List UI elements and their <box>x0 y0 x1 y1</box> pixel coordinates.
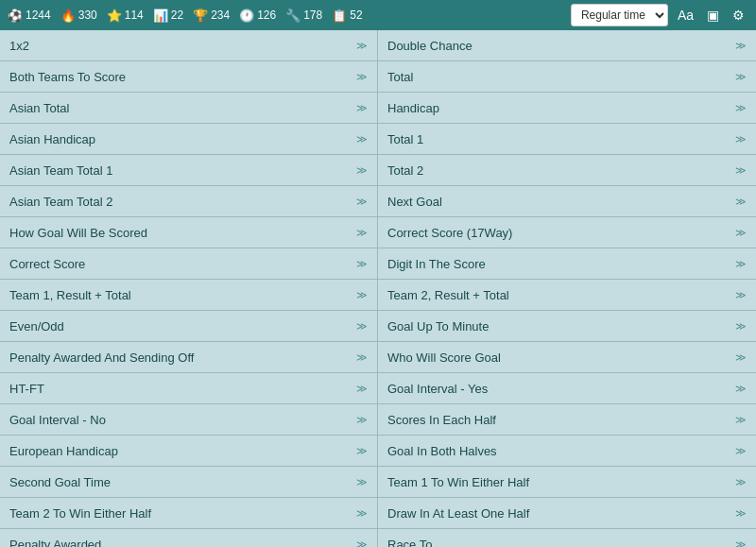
market-row-right[interactable]: Team 1 To Win Either Half ≫ <box>378 467 756 498</box>
topbar-controls: Regular time First Half Second Half Aa ▣… <box>571 4 748 26</box>
market-row-left[interactable]: Asian Handicap ≫ <box>0 124 378 155</box>
market-row-left[interactable]: Team 2 To Win Either Half ≫ <box>0 498 378 529</box>
market-label-left: Both Teams To Score <box>9 70 126 84</box>
expand-icon-right: ≫ <box>735 133 747 145</box>
tool-value: 178 <box>303 9 322 22</box>
market-row-left[interactable]: HT-FT ≫ <box>0 373 378 404</box>
expand-icon-left: ≫ <box>356 289 368 301</box>
market-row-right[interactable]: Digit In The Score ≫ <box>378 248 756 280</box>
market-label-left: Asian Team Total 2 <box>9 195 112 209</box>
expand-icon-left: ≫ <box>356 351 368 364</box>
market-row-right[interactable]: Total ≫ <box>378 61 756 93</box>
clock-icon: 🕐 <box>239 9 254 23</box>
market-row-right[interactable]: Correct Score (17Way) ≫ <box>378 217 756 248</box>
market-label-left: Penalty Awarded And Sending Off <box>9 350 194 365</box>
market-label-right: Goal Up To Minute <box>387 319 489 333</box>
market-row-right[interactable]: Total 2 ≫ <box>378 155 756 186</box>
market-row-right[interactable]: Draw In At Least One Half ≫ <box>378 498 756 529</box>
stat-star: ⭐ 114 <box>107 9 144 23</box>
market-row-left[interactable]: Goal Interval - No ≫ <box>0 404 378 436</box>
markets-grid: 1x2 ≫ Double Chance ≫ Both Teams To Scor… <box>0 30 756 547</box>
market-row-right[interactable]: Total 1 ≫ <box>378 124 756 155</box>
market-label-left: Asian Team Total 1 <box>9 163 112 178</box>
market-label-right: Total 1 <box>387 132 423 146</box>
trophy-icon: 🏆 <box>193 9 208 23</box>
expand-icon-right: ≫ <box>735 196 747 208</box>
market-label-left: HT-FT <box>9 382 44 396</box>
market-row-right[interactable]: Team 2, Result + Total ≫ <box>378 280 756 311</box>
market-label-left: Penalty Awarded <box>9 538 101 548</box>
market-row-right[interactable]: Goal In Both Halves ≫ <box>378 436 756 467</box>
expand-icon-right: ≫ <box>735 164 747 177</box>
expand-icon-right: ≫ <box>735 476 747 488</box>
fire-icon: 🔥 <box>60 9 76 23</box>
stat-fire: 🔥 330 <box>60 9 97 23</box>
stat-trophy: 🏆 234 <box>193 9 230 23</box>
expand-icon-left: ≫ <box>356 164 368 177</box>
expand-icon-right: ≫ <box>735 507 747 520</box>
market-label-left: Goal Interval - No <box>9 413 106 427</box>
market-label-right: Double Chance <box>387 39 472 53</box>
market-label-right: Team 1 To Win Either Half <box>387 475 529 489</box>
expand-icon-left: ≫ <box>356 538 368 548</box>
layout-button[interactable]: ▣ <box>703 6 723 25</box>
market-label-left: Team 1, Result + Total <box>9 288 131 302</box>
expand-icon-left: ≫ <box>356 476 368 488</box>
market-row-right[interactable]: Race To ≫ <box>378 529 756 547</box>
market-row-right[interactable]: Goal Interval - Yes ≫ <box>378 373 756 404</box>
market-row-right[interactable]: Next Goal ≫ <box>378 186 756 217</box>
market-row-left[interactable]: Penalty Awarded And Sending Off ≫ <box>0 342 378 373</box>
market-row-left[interactable]: Both Teams To Score ≫ <box>0 61 378 93</box>
market-row-left[interactable]: Second Goal Time ≫ <box>0 467 378 498</box>
market-label-right: Next Goal <box>387 195 442 209</box>
market-row-left[interactable]: 1x2 ≫ <box>0 30 378 61</box>
market-row-left[interactable]: Asian Total ≫ <box>0 93 378 124</box>
market-row-left[interactable]: Asian Team Total 2 ≫ <box>0 186 378 217</box>
market-row-right[interactable]: Double Chance ≫ <box>378 30 756 61</box>
market-label-right: Team 2, Result + Total <box>387 288 509 302</box>
time-filter-dropdown[interactable]: Regular time First Half Second Half <box>571 4 668 26</box>
chart-icon: 📊 <box>153 9 168 23</box>
stat-clock: 🕐 126 <box>239 9 276 23</box>
expand-icon-left: ≫ <box>356 383 368 395</box>
stat-tool: 🔧 178 <box>285 9 322 23</box>
market-label-left: Asian Total <box>9 101 69 115</box>
market-row-left[interactable]: Correct Score ≫ <box>0 248 378 280</box>
tool-icon: 🔧 <box>285 9 301 23</box>
market-row-left[interactable]: Even/Odd ≫ <box>0 311 378 342</box>
expand-icon-left: ≫ <box>356 71 368 83</box>
fire-value: 330 <box>78 9 97 22</box>
market-row-right[interactable]: Goal Up To Minute ≫ <box>378 311 756 342</box>
stat-chart: 📊 22 <box>153 9 183 23</box>
market-row-right[interactable]: Scores In Each Half ≫ <box>378 404 756 436</box>
market-row-right[interactable]: Handicap ≫ <box>378 93 756 124</box>
list-icon: 📋 <box>332 9 347 23</box>
settings-button[interactable]: ⚙ <box>729 6 748 25</box>
market-label-right: Goal In Both Halves <box>387 444 497 458</box>
stat-matches: ⚽ 1244 <box>8 9 51 23</box>
market-label-left: European Handicap <box>9 444 118 458</box>
expand-icon-right: ≫ <box>735 445 747 457</box>
stats-bar: ⚽ 1244 🔥 330 ⭐ 114 📊 22 🏆 234 🕐 126 <box>8 9 559 23</box>
list-value: 52 <box>350 9 362 22</box>
market-label-right: Draw In At Least One Half <box>387 506 529 521</box>
market-row-right[interactable]: Who Will Score Goal ≫ <box>378 342 756 373</box>
market-label-right: Scores In Each Half <box>387 413 496 427</box>
market-row-left[interactable]: Asian Team Total 1 ≫ <box>0 155 378 186</box>
market-row-left[interactable]: Penalty Awarded ≫ <box>0 529 378 547</box>
expand-icon-right: ≫ <box>735 102 747 114</box>
market-row-left[interactable]: How Goal Will Be Scored ≫ <box>0 217 378 248</box>
clock-value: 126 <box>257 9 276 22</box>
market-label-right: Total 2 <box>387 163 423 178</box>
expand-icon-right: ≫ <box>735 414 747 426</box>
matches-icon: ⚽ <box>8 9 23 23</box>
market-label-left: 1x2 <box>9 39 29 53</box>
expand-icon-left: ≫ <box>356 196 368 208</box>
expand-icon-right: ≫ <box>735 71 747 83</box>
font-size-button[interactable]: Aa <box>674 6 697 25</box>
expand-icon-left: ≫ <box>356 414 368 426</box>
market-label-right: Digit In The Score <box>387 257 486 271</box>
market-row-left[interactable]: European Handicap ≫ <box>0 436 378 467</box>
expand-icon-right: ≫ <box>735 320 747 333</box>
market-row-left[interactable]: Team 1, Result + Total ≫ <box>0 280 378 311</box>
